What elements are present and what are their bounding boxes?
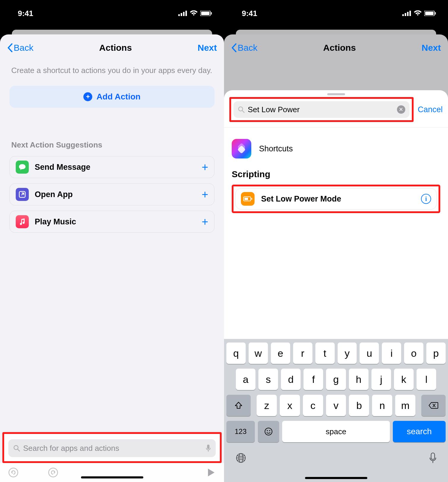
- suggestions-title: Next Action Suggestions: [11, 140, 213, 150]
- svg-rect-0: [178, 14, 180, 16]
- plus-icon[interactable]: +: [202, 188, 208, 201]
- key-m[interactable]: m: [395, 395, 415, 416]
- key-x[interactable]: x: [280, 395, 300, 416]
- key-w[interactable]: w: [249, 343, 268, 364]
- keyboard[interactable]: qwertyuiop asdfghjkl zxcvbnm 123: [224, 339, 448, 482]
- svg-rect-33: [431, 453, 435, 459]
- key-e[interactable]: e: [271, 343, 290, 364]
- key-a[interactable]: a: [236, 369, 255, 390]
- key-v[interactable]: v: [326, 395, 346, 416]
- key-n[interactable]: n: [372, 395, 392, 416]
- search-sheet: Set Low Power ✕ Cancel Shortcuts Scripti…: [224, 90, 448, 482]
- key-h[interactable]: h: [349, 369, 368, 390]
- svg-rect-14: [405, 13, 406, 16]
- search-key[interactable]: search: [393, 421, 446, 442]
- next-button[interactable]: Next: [198, 43, 217, 53]
- status-bar: 9:41: [224, 0, 448, 27]
- nav-bar: Back Actions Next: [224, 34, 448, 59]
- key-g[interactable]: g: [326, 369, 346, 390]
- space-key[interactable]: space: [282, 421, 390, 442]
- mic-icon[interactable]: [206, 444, 211, 452]
- chevron-left-icon: [231, 43, 236, 52]
- back-button[interactable]: Back: [7, 43, 34, 53]
- globe-key[interactable]: [235, 452, 247, 464]
- plus-icon[interactable]: +: [202, 161, 208, 174]
- search-icon: [238, 106, 245, 113]
- toolbar: [0, 463, 224, 482]
- suggestion-label: Play Music: [35, 217, 202, 226]
- suggestion-play-music[interactable]: Play Music +: [9, 211, 215, 233]
- add-action-button[interactable]: + Add Action: [9, 86, 215, 108]
- svg-rect-25: [244, 198, 248, 200]
- key-p[interactable]: p: [426, 343, 446, 364]
- sheet-grab-handle[interactable]: [327, 93, 345, 95]
- svg-point-11: [9, 468, 18, 477]
- shift-key[interactable]: [226, 395, 251, 416]
- svg-line-21: [242, 110, 244, 112]
- search-bar-container: Search for apps and actions: [2, 432, 222, 463]
- info-icon[interactable]: i: [421, 194, 431, 204]
- search-icon: [13, 445, 20, 452]
- backspace-key[interactable]: [421, 395, 446, 416]
- svg-rect-2: [183, 12, 185, 16]
- key-z[interactable]: z: [257, 395, 277, 416]
- svg-rect-1: [181, 13, 182, 16]
- key-r[interactable]: r: [293, 343, 312, 364]
- key-l[interactable]: l: [417, 369, 436, 390]
- key-d[interactable]: d: [281, 369, 301, 390]
- svg-line-9: [18, 449, 20, 451]
- search-value: Set Low Power: [248, 105, 397, 114]
- search-input[interactable]: Search for apps and actions: [8, 439, 216, 457]
- status-time: 9:41: [242, 9, 257, 18]
- key-u[interactable]: u: [360, 343, 379, 364]
- open-app-icon: [16, 188, 29, 201]
- dictation-key[interactable]: [429, 452, 437, 464]
- wifi-icon: [414, 10, 422, 16]
- app-shortcuts[interactable]: Shortcuts: [232, 139, 440, 158]
- status-bar: 9:41: [0, 0, 224, 27]
- svg-point-27: [265, 428, 272, 435]
- key-s[interactable]: s: [258, 369, 278, 390]
- plus-icon[interactable]: +: [202, 215, 208, 228]
- play-button[interactable]: [207, 468, 216, 477]
- search-input[interactable]: Set Low Power ✕: [233, 101, 409, 118]
- status-icons: [178, 10, 212, 16]
- key-o[interactable]: o: [404, 343, 423, 364]
- key-b[interactable]: b: [349, 395, 369, 416]
- key-q[interactable]: q: [226, 343, 246, 364]
- nav-bar: Back Actions Next: [0, 34, 224, 59]
- description: Create a shortcut to actions you do in y…: [11, 65, 213, 76]
- key-j[interactable]: j: [371, 369, 391, 390]
- redo-button[interactable]: [48, 467, 58, 478]
- home-indicator: [305, 477, 367, 479]
- key-t[interactable]: t: [315, 343, 335, 364]
- status-icons: [402, 10, 436, 16]
- action-highlight: Set Low Power Mode i: [232, 185, 440, 213]
- back-label: Back: [238, 43, 258, 53]
- back-button[interactable]: Back: [231, 43, 258, 53]
- search-placeholder: Search for apps and actions: [23, 444, 206, 453]
- suggestion-open-app[interactable]: Open App +: [9, 183, 215, 205]
- clear-icon[interactable]: ✕: [397, 105, 405, 114]
- cancel-button[interactable]: Cancel: [418, 105, 443, 114]
- plus-circle-icon: +: [83, 92, 92, 101]
- key-y[interactable]: y: [338, 343, 357, 364]
- key-c[interactable]: c: [303, 395, 323, 416]
- suggestion-send-message[interactable]: Send Message +: [9, 156, 215, 178]
- key-k[interactable]: k: [394, 369, 414, 390]
- svg-rect-13: [402, 14, 404, 16]
- nav-title: Actions: [99, 43, 132, 53]
- key-i[interactable]: i: [382, 343, 401, 364]
- action-set-low-power-mode[interactable]: Set Low Power Mode i: [235, 188, 437, 210]
- key-f[interactable]: f: [304, 369, 323, 390]
- numbers-key[interactable]: 123: [226, 421, 255, 442]
- home-indicator: [81, 476, 143, 478]
- undo-button[interactable]: [8, 467, 18, 478]
- svg-point-28: [267, 430, 268, 431]
- svg-point-29: [269, 430, 270, 431]
- next-button[interactable]: Next: [422, 43, 441, 53]
- battery-icon: [424, 11, 436, 16]
- emoji-key[interactable]: [258, 421, 279, 442]
- nav-title: Actions: [323, 43, 356, 53]
- svg-rect-16: [409, 11, 411, 16]
